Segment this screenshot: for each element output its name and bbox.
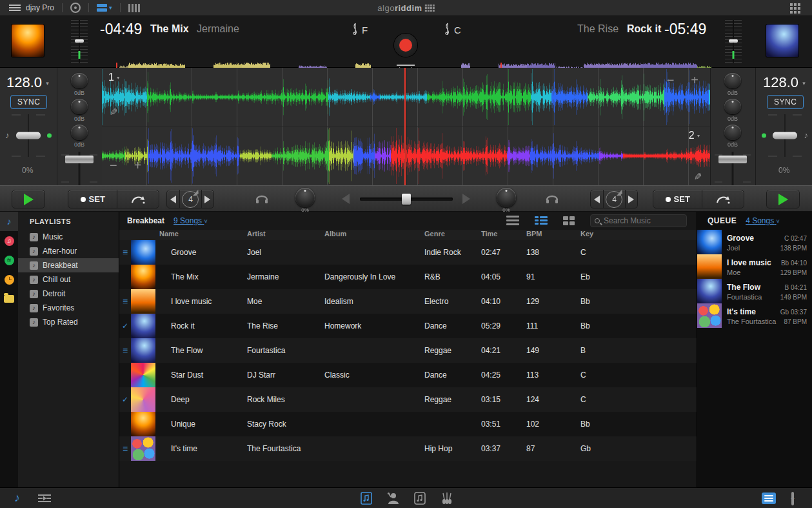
pitch-handle[interactable] (16, 132, 41, 139)
source-itunes[interactable]: ♫ (0, 231, 18, 250)
deck1-eq-mid-knob[interactable] (71, 99, 88, 114)
deck2-loop-half-button[interactable] (591, 190, 603, 208)
deck1-eq-high-knob[interactable] (71, 73, 88, 88)
table-row[interactable]: DeepRock MilesReggae03:15124C (119, 387, 697, 412)
queue-item[interactable]: I love musicBb 04:10 Moe129 BPM (697, 254, 812, 279)
playlist-item-after-hour[interactable]: ♪After-hour (18, 244, 119, 258)
col-time[interactable]: Time (481, 230, 526, 240)
queue-count-link[interactable]: 4 Songs ˅ (746, 216, 780, 225)
playlist-item-detroit[interactable]: ♪Detroit (18, 287, 119, 301)
main-menu-icon[interactable] (9, 5, 21, 11)
search-box[interactable] (590, 214, 687, 227)
source-spotify[interactable]: ≋ (0, 250, 18, 270)
deck2-cue-mix-knob[interactable]: 0% (491, 188, 521, 213)
col-name[interactable]: Name (119, 230, 247, 240)
pitch-handle[interactable] (773, 132, 797, 139)
col-key[interactable]: Key (580, 230, 697, 240)
zoom-out-icon[interactable]: − (667, 73, 675, 88)
queue-item[interactable]: It's timeGb 03:37 The Fourtastica87 BPM (697, 303, 812, 328)
deck2-edit-grid-icon[interactable]: ✎ (694, 171, 702, 183)
deck1-zoom-controls[interactable]: −+ (667, 73, 698, 88)
chevron-down-icon[interactable]: ▾ (109, 5, 112, 11)
table-row[interactable]: The MixJermaineDangerously In LoveR&B04:… (119, 265, 697, 289)
automix-queue-icon[interactable] (37, 493, 52, 506)
deck1-headphone-cue-icon[interactable] (255, 192, 269, 207)
deck1-loop-button[interactable]: 4 (179, 190, 201, 208)
search-input[interactable] (602, 216, 682, 226)
crossfader-left-arrow[interactable] (342, 194, 350, 204)
deck1-channel-fader[interactable] (60, 152, 99, 185)
playlist-item-top-rated[interactable]: ♪Top Rated (18, 315, 119, 329)
main-waveform-area[interactable]: 1 ▾ ✎ −+ −+ 2 ▾ ✎ (102, 68, 710, 185)
crossfader[interactable] (360, 194, 453, 204)
playlist-item-favorites[interactable]: ♪Favorites (18, 301, 119, 315)
deck2-volume-fader[interactable] (725, 20, 742, 63)
deck1-cue-jump-button[interactable] (117, 190, 159, 208)
zoom-in-icon[interactable]: + (134, 158, 142, 173)
deck2-waveform[interactable] (102, 127, 710, 185)
source-library[interactable]: ♪ (0, 212, 18, 231)
automix-icon[interactable] (70, 3, 81, 13)
deck1-pitch-slider[interactable]: ♪ (4, 114, 53, 157)
col-artist[interactable]: Artist (247, 230, 324, 240)
tab-genres-icon[interactable] (440, 492, 454, 507)
deck2-sync-button[interactable]: SYNC (767, 95, 804, 109)
col-album[interactable]: Album (324, 230, 424, 240)
deck2-bpm[interactable]: 128.0 ▾ (763, 74, 806, 91)
library-music-icon[interactable]: ♪ (14, 491, 20, 505)
deck2-set-cue-button[interactable]: SET (653, 190, 702, 208)
crossfader-right-arrow[interactable] (462, 194, 470, 204)
songs-count-link[interactable]: 9 Songs ˅ (173, 216, 208, 225)
deck2-eq-low-knob[interactable] (724, 125, 741, 140)
deck2-cue-jump-button[interactable] (702, 190, 744, 208)
record-button[interactable] (391, 34, 420, 56)
table-row[interactable]: I love musicMoeIdealismElectro04:10129Bb (119, 289, 697, 314)
deck1-waveform[interactable] (102, 68, 710, 127)
tab-songs-icon[interactable] (360, 492, 373, 507)
deck2-beat-number[interactable]: 2 ▾ (689, 130, 700, 141)
deck1-loop-half-button[interactable] (167, 190, 179, 208)
sampler-icon[interactable] (128, 4, 140, 12)
col-bpm[interactable]: BPM (526, 230, 580, 240)
queue-item[interactable]: The FlowB 04:21 Fourtastica149 BPM (697, 279, 812, 303)
deck2-eq-mid-knob[interactable] (724, 99, 741, 114)
crossfader-handle[interactable] (402, 194, 411, 205)
deck1-edit-grid-icon[interactable]: ✎ (110, 107, 118, 118)
deck2-channel-fader[interactable] (713, 152, 752, 185)
deck1-eq-low-knob[interactable] (71, 125, 88, 140)
deck2-headphone-cue-icon[interactable] (545, 192, 559, 207)
deck2-loop-button[interactable]: 4 (603, 190, 624, 208)
table-row[interactable]: The FlowFourtasticaReggae04:21149B (119, 338, 697, 363)
deck1-beat-number[interactable]: 1 ▾ (108, 72, 119, 83)
list-view-icon[interactable] (506, 216, 519, 225)
deck1-sync-button[interactable]: SYNC (10, 95, 47, 109)
table-row[interactable]: It's timeThe FourtasticaHip Hop03:3787Gb (119, 436, 697, 461)
deck2-pitch-slider[interactable]: ♪ (760, 114, 809, 157)
tab-artists-icon[interactable] (386, 492, 400, 507)
media-drawer-icon[interactable] (791, 492, 794, 505)
deck1-bpm[interactable]: 128.0 ▾ (6, 74, 49, 91)
deck1-volume-fader[interactable] (71, 20, 88, 63)
deck1-play-button[interactable] (12, 190, 45, 208)
col-genre[interactable]: Genre (424, 230, 481, 240)
playlist-item-chill-out[interactable]: ♪Chill out (18, 272, 119, 287)
deck1-set-cue-button[interactable]: SET (68, 190, 117, 208)
tab-albums-icon[interactable] (414, 492, 426, 507)
table-row[interactable]: Rock itThe RiseHomeworkDance05:29111Bb (119, 314, 697, 338)
window-grid-icon[interactable] (790, 3, 800, 14)
deck-view-icon[interactable] (97, 4, 107, 12)
playlist-item-breakbeat[interactable]: ♪Breakbeat (18, 258, 119, 272)
table-row[interactable]: UniqueStacy Rock03:51102Bb (119, 412, 697, 436)
queue-item[interactable]: GrooveC 02:47 Joel138 BPM (697, 230, 812, 254)
queue-toggle-icon[interactable] (762, 493, 776, 504)
source-files[interactable] (0, 289, 18, 309)
deck2-eq-high-knob[interactable] (724, 73, 741, 88)
deck2-zoom-controls[interactable]: −+ (110, 158, 141, 173)
list-art-view-icon[interactable] (535, 216, 548, 225)
zoom-in-icon[interactable]: + (691, 73, 698, 88)
deck2-play-button[interactable] (766, 190, 800, 208)
table-row[interactable]: GrooveJoelIndie Rock02:47138C (119, 240, 697, 265)
grid-view-icon[interactable] (563, 216, 575, 225)
deck1-cue-mix-knob[interactable]: 0% (290, 188, 320, 213)
source-history[interactable] (0, 270, 18, 289)
